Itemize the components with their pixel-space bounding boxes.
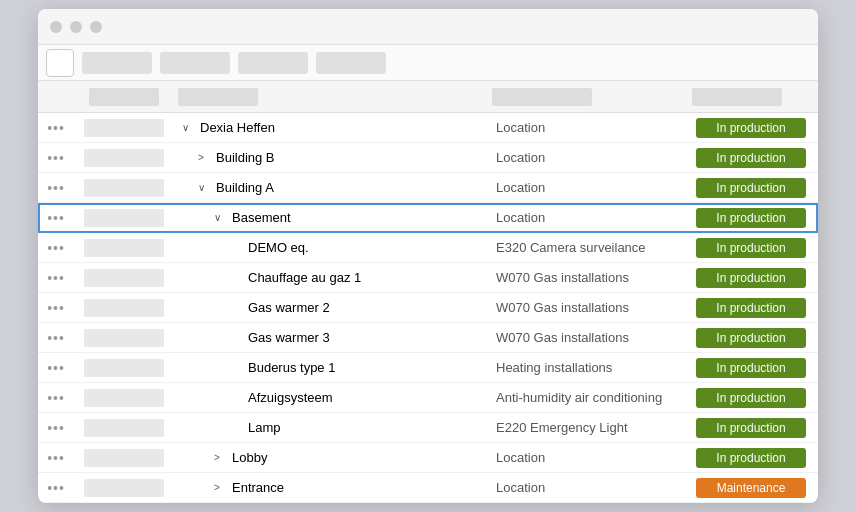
row-type: Location (488, 150, 688, 165)
row-dots-menu[interactable]: ••• (38, 150, 74, 166)
row-type: Location (488, 480, 688, 495)
row-name: Afzuigsysteem (248, 390, 333, 405)
row-icon (74, 359, 174, 377)
main-window: •••∨Dexia HeffenLocationIn production•••… (38, 9, 818, 503)
row-dots-menu[interactable]: ••• (38, 120, 74, 136)
row-status-cell: In production (688, 118, 818, 138)
table-row[interactable]: •••Gas warmer 2W070 Gas installationsIn … (38, 293, 818, 323)
row-chevron-icon[interactable]: ∨ (214, 212, 228, 223)
col-header-status (688, 88, 818, 106)
row-icon (74, 149, 174, 167)
row-icon (74, 329, 174, 347)
row-chevron-icon[interactable]: > (214, 452, 228, 463)
row-dots-menu[interactable]: ••• (38, 300, 74, 316)
row-dots-menu[interactable]: ••• (38, 360, 74, 376)
row-status-cell: In production (688, 388, 818, 408)
row-icon-placeholder (84, 209, 164, 227)
row-icon (74, 239, 174, 257)
row-name: Lamp (248, 420, 281, 435)
row-name: Entrance (232, 480, 284, 495)
row-name-cell: ∨Dexia Heffen (174, 120, 488, 135)
status-badge: In production (696, 208, 806, 228)
window-maximize-btn[interactable] (90, 21, 102, 33)
row-icon (74, 209, 174, 227)
row-type: E220 Emergency Light (488, 420, 688, 435)
row-chevron-icon[interactable]: > (214, 482, 228, 493)
row-dots-menu[interactable]: ••• (38, 390, 74, 406)
table-row[interactable]: •••>EntranceLocationMaintenance (38, 473, 818, 503)
row-name: Building A (216, 180, 274, 195)
row-name-cell: >Entrance (174, 480, 488, 495)
row-icon (74, 269, 174, 287)
toolbar (38, 45, 818, 81)
row-dots-menu[interactable]: ••• (38, 450, 74, 466)
row-name: Basement (232, 210, 291, 225)
toolbar-segment-1 (82, 52, 152, 74)
col-header-status-placeholder (692, 88, 782, 106)
row-icon-placeholder (84, 269, 164, 287)
row-icon (74, 119, 174, 137)
status-badge: In production (696, 418, 806, 438)
row-name-cell: DEMO eq. (174, 240, 488, 255)
row-icon (74, 299, 174, 317)
row-dots-menu[interactable]: ••• (38, 420, 74, 436)
status-badge: Maintenance (696, 478, 806, 498)
row-name: DEMO eq. (248, 240, 309, 255)
row-status-cell: In production (688, 178, 818, 198)
table-body: •••∨Dexia HeffenLocationIn production•••… (38, 113, 818, 503)
row-name-cell: Buderus type 1 (174, 360, 488, 375)
row-icon-placeholder (84, 299, 164, 317)
row-name-cell: Gas warmer 3 (174, 330, 488, 345)
row-icon (74, 449, 174, 467)
table-row[interactable]: •••∨BasementLocationIn production (38, 203, 818, 233)
row-dots-menu[interactable]: ••• (38, 270, 74, 286)
row-status-cell: In production (688, 238, 818, 258)
row-icon (74, 179, 174, 197)
row-name-cell: Afzuigsysteem (174, 390, 488, 405)
row-icon (74, 419, 174, 437)
row-name: Chauffage au gaz 1 (248, 270, 361, 285)
row-chevron-icon[interactable]: ∨ (198, 182, 212, 193)
row-icon-placeholder (84, 479, 164, 497)
table-row[interactable]: •••>LobbyLocationIn production (38, 443, 818, 473)
row-status-cell: In production (688, 148, 818, 168)
row-dots-menu[interactable]: ••• (38, 240, 74, 256)
row-type: W070 Gas installations (488, 270, 688, 285)
row-type: E320 Camera surveilance (488, 240, 688, 255)
window-minimize-btn[interactable] (70, 21, 82, 33)
table-row[interactable]: •••DEMO eq.E320 Camera surveilanceIn pro… (38, 233, 818, 263)
table-row[interactable]: •••∨Dexia HeffenLocationIn production (38, 113, 818, 143)
status-badge: In production (696, 358, 806, 378)
col-header-icon-placeholder (89, 88, 159, 106)
table-row[interactable]: •••∨Building ALocationIn production (38, 173, 818, 203)
row-name: Dexia Heffen (200, 120, 275, 135)
status-badge: In production (696, 448, 806, 468)
row-icon (74, 389, 174, 407)
row-type: Heating installations (488, 360, 688, 375)
table-row[interactable]: •••LampE220 Emergency LightIn production (38, 413, 818, 443)
table-row[interactable]: •••>Building BLocationIn production (38, 143, 818, 173)
toolbar-segment-3 (238, 52, 308, 74)
add-button[interactable] (46, 49, 74, 77)
col-header-type (488, 88, 688, 106)
row-dots-menu[interactable]: ••• (38, 330, 74, 346)
row-icon-placeholder (84, 359, 164, 377)
row-icon-placeholder (84, 329, 164, 347)
toolbar-segment-2 (160, 52, 230, 74)
table-row[interactable]: •••Gas warmer 3W070 Gas installationsIn … (38, 323, 818, 353)
row-name: Building B (216, 150, 275, 165)
row-dots-menu[interactable]: ••• (38, 180, 74, 196)
table-header (38, 81, 818, 113)
row-dots-menu[interactable]: ••• (38, 210, 74, 226)
window-close-btn[interactable] (50, 21, 62, 33)
row-dots-menu[interactable]: ••• (38, 480, 74, 496)
row-chevron-icon[interactable]: > (198, 152, 212, 163)
row-status-cell: In production (688, 418, 818, 438)
row-icon (74, 479, 174, 497)
row-chevron-icon[interactable]: ∨ (182, 122, 196, 133)
row-status-cell: In production (688, 208, 818, 228)
row-name: Lobby (232, 450, 267, 465)
table-row[interactable]: •••Buderus type 1Heating installationsIn… (38, 353, 818, 383)
table-row[interactable]: •••Chauffage au gaz 1W070 Gas installati… (38, 263, 818, 293)
table-row[interactable]: •••AfzuigsysteemAnti-humidity air condit… (38, 383, 818, 413)
